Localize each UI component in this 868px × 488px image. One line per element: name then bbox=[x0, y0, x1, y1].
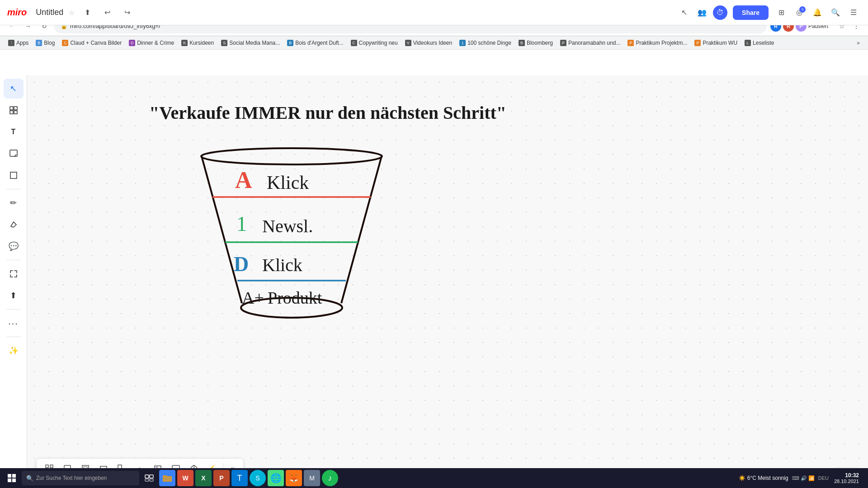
svg-point-6 bbox=[201, 148, 382, 164]
taskbar-search[interactable]: 🔍 Zur Suche Text hier eingeben bbox=[22, 471, 139, 485]
svg-rect-0 bbox=[10, 107, 13, 110]
miro-logo: miro bbox=[7, 7, 27, 18]
bookmarks-bar: ⋮ Apps B Blog C Claud + Canva Bilder D D… bbox=[0, 36, 868, 50]
comment-tool[interactable]: 💬 bbox=[4, 236, 24, 256]
eraser-tool[interactable] bbox=[4, 215, 24, 235]
bookmark-100[interactable]: 1 100 schöne Dinge bbox=[457, 39, 514, 47]
upload-tool[interactable]: ⬆ bbox=[4, 286, 24, 305]
bookmark-claud[interactable]: C Claud + Canva Bilder bbox=[59, 39, 124, 47]
bookmark-panorama[interactable]: P Panoramabahn und... bbox=[557, 39, 623, 47]
task-view-button[interactable] bbox=[141, 470, 157, 486]
shapes-tool[interactable] bbox=[4, 165, 24, 185]
bookmark-video-label: Videokurs Ideen bbox=[413, 40, 453, 46]
svg-rect-44 bbox=[145, 475, 149, 478]
svg-rect-47 bbox=[150, 479, 153, 481]
taskbar-app6[interactable]: 🦊 bbox=[286, 470, 302, 486]
redo-button[interactable]: ↪ bbox=[120, 5, 134, 20]
share-upload-button[interactable]: ⬆ bbox=[80, 5, 94, 20]
timer-icon[interactable]: ⏱ bbox=[713, 5, 727, 20]
title-star-icon[interactable]: ☆ bbox=[69, 9, 75, 16]
separator-1 bbox=[6, 189, 21, 189]
blog-icon: B bbox=[36, 40, 42, 46]
svg-text:D: D bbox=[234, 253, 249, 276]
bookmark-copy[interactable]: C Copywriting neu bbox=[348, 39, 401, 47]
svg-rect-2 bbox=[10, 111, 13, 114]
claud-icon: C bbox=[62, 40, 68, 46]
magic-tool[interactable]: ✨ bbox=[4, 341, 24, 361]
bookmark-wu[interactable]: P Praktikum WU bbox=[692, 39, 740, 47]
svg-text:Klick: Klick bbox=[262, 255, 302, 275]
taskbar-search-text: Zur Suche Text hier eingeben bbox=[36, 475, 107, 481]
svg-line-8 bbox=[341, 156, 382, 303]
undo-button[interactable]: ↩ bbox=[100, 5, 114, 20]
svg-rect-41 bbox=[12, 474, 16, 478]
taskbar-excel[interactable]: X bbox=[195, 470, 212, 486]
sticky-tool[interactable] bbox=[4, 144, 24, 164]
svg-text:Produkt: Produkt bbox=[268, 288, 322, 307]
bois-icon: B bbox=[287, 40, 293, 46]
pen-tool[interactable]: ✏ bbox=[4, 193, 24, 213]
wu-icon: P bbox=[694, 40, 701, 46]
left-toolbar: ↖ T ✏ 💬 bbox=[0, 75, 27, 488]
collaborators-icon[interactable]: 👥 bbox=[695, 5, 709, 20]
search-icon[interactable]: 🔍 bbox=[828, 5, 843, 20]
text-tool[interactable]: T bbox=[4, 122, 24, 142]
bookmark-claud-label: Claud + Canva Bilder bbox=[70, 40, 122, 46]
leseliste-icon: L bbox=[745, 40, 751, 46]
bookmark-video[interactable]: V Videokurs Ideen bbox=[402, 39, 455, 47]
funnel-drawing: A Klick 1 Newsl. D Klick A+ Produkt bbox=[190, 143, 411, 342]
frames-tool[interactable] bbox=[4, 100, 24, 120]
taskbar: 🔍 Zur Suche Text hier eingeben W X P T S… bbox=[0, 468, 868, 488]
bookmark-leseliste[interactable]: L Leseliste bbox=[742, 39, 777, 47]
taskbar-chrome[interactable]: 🌐 bbox=[268, 470, 284, 486]
apps-icon-btn[interactable]: ◎ 3 bbox=[792, 5, 807, 20]
start-button[interactable] bbox=[4, 470, 20, 486]
bookmark-apps-label: Apps bbox=[16, 40, 28, 46]
svg-rect-45 bbox=[150, 475, 153, 478]
bookmark-apps[interactable]: ⋮ Apps bbox=[5, 39, 31, 47]
taskbar-file-explorer[interactable] bbox=[159, 470, 175, 486]
praktikum-icon: P bbox=[627, 40, 634, 46]
taskbar-word[interactable]: W bbox=[177, 470, 193, 486]
expand-tool[interactable] bbox=[4, 264, 24, 284]
clock: 10:32 bbox=[845, 472, 859, 479]
taskbar-app7[interactable]: M bbox=[304, 470, 320, 486]
taskbar-spotify[interactable]: ♪ bbox=[322, 470, 338, 486]
social-icon: S bbox=[221, 40, 227, 46]
header-right-icons: ↖ 👥 ⏱ bbox=[677, 5, 727, 20]
bookmark-bloomberg[interactable]: B Bloomberg bbox=[516, 39, 556, 47]
temperature: 6°C Meist sonnig bbox=[747, 475, 788, 481]
svg-rect-5 bbox=[10, 172, 17, 178]
layout-icon[interactable]: ⊞ bbox=[774, 5, 788, 20]
bookmark-dinner[interactable]: D Dinner & Crime bbox=[126, 39, 177, 47]
video-icon: V bbox=[405, 40, 411, 46]
svg-rect-3 bbox=[14, 111, 17, 114]
svg-text:A: A bbox=[235, 167, 252, 193]
canvas-background bbox=[27, 75, 868, 488]
taskbar-teams[interactable]: T bbox=[231, 470, 248, 486]
taskbar-powerpoint[interactable]: P bbox=[213, 470, 230, 486]
bookmark-social[interactable]: S Social Media Mana... bbox=[218, 39, 283, 47]
bookmarks-more-button[interactable]: » bbox=[854, 39, 863, 47]
cursor-icon[interactable]: ↖ bbox=[677, 5, 691, 20]
board-title[interactable]: Untitled bbox=[36, 8, 63, 17]
select-tool[interactable]: ↖ bbox=[4, 79, 24, 99]
bookmark-bois[interactable]: B Bois d'Argent Duft... bbox=[284, 39, 346, 47]
bookmark-bloomberg-label: Bloomberg bbox=[527, 40, 553, 46]
svg-rect-40 bbox=[8, 474, 11, 478]
bookmark-blog[interactable]: B Blog bbox=[33, 39, 57, 47]
100-icon: 1 bbox=[459, 40, 466, 46]
notification-badge: 3 bbox=[799, 6, 806, 13]
bookmark-praktikum[interactable]: P Praktikum Projektm... bbox=[625, 39, 690, 47]
bookmark-kursideen[interactable]: K Kursideen bbox=[179, 39, 217, 47]
share-button[interactable]: Share bbox=[733, 5, 769, 20]
bookmark-wu-label: Praktikum WU bbox=[703, 40, 737, 46]
bookmark-copy-label: Copywriting neu bbox=[359, 40, 398, 46]
canvas-area[interactable]: "Verkaufe IMMER nur den nächsten Schritt… bbox=[27, 75, 868, 488]
menu-icon[interactable]: ☰ bbox=[846, 5, 861, 20]
miro-header: miro Untitled ☆ ⬆ ↩ ↪ ↖ 👥 ⏱ Share ⊞ ◎ 3 … bbox=[0, 0, 868, 25]
taskbar-app5[interactable]: S bbox=[250, 470, 266, 486]
bell-icon[interactable]: 🔔 bbox=[810, 5, 825, 20]
more-tools[interactable]: ··· bbox=[4, 313, 24, 333]
whiteboard-heading: "Verkaufe IMMER nur den nächsten Schritt… bbox=[149, 102, 506, 123]
